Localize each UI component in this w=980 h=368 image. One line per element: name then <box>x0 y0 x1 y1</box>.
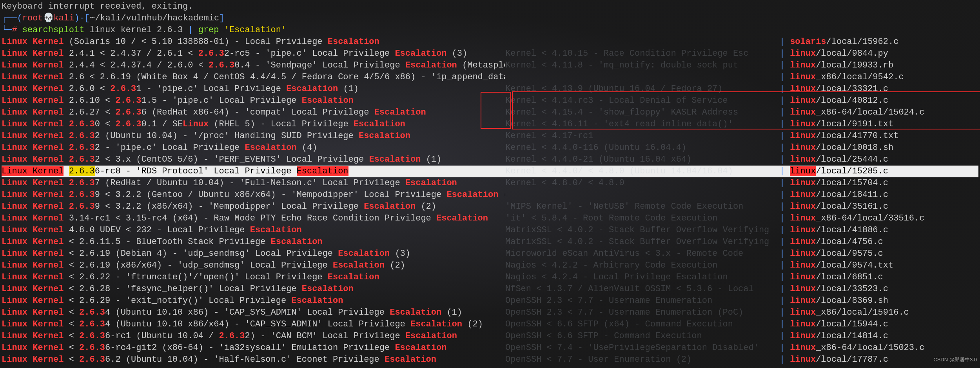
path-dir: linux <box>790 296 816 306</box>
escalation-match: Escalation <box>271 237 323 247</box>
exploit-path: _x86/local/15916.c <box>816 308 909 317</box>
path-dir: linux <box>790 331 816 341</box>
result-row[interactable]: Linux Kernel 2.6.27 < 2.6.36 (RedHat x86… <box>2 107 978 118</box>
version-match: 2.6.3 <box>69 178 95 188</box>
version-match: 2.6.3 <box>198 49 224 58</box>
exploit-path: /local/9844.py <box>816 49 888 58</box>
result-row[interactable]: Linux Kernel 2.6.30 < 2.6.30.1 / SELinux… <box>2 118 978 130</box>
exploit-path: /local/18411.c <box>816 190 888 200</box>
result-row[interactable]: Linux Kernel 4.8.0 UDEV < 232 - Local Pr… <box>2 224 978 236</box>
result-row[interactable]: Linux Kernel < 2.6.19 (x86/x64) - 'udp_s… <box>2 260 978 271</box>
result-row[interactable]: Linux Kernel 2.6.32 - 'pipe.c' Local Pri… <box>2 142 978 154</box>
exploit-path: _x86-64/local/33516.c <box>816 213 924 223</box>
exploit-path: _x86/local/9542.c <box>816 72 904 82</box>
result-row[interactable]: Linux Kernel 2.6.32 < 3.x (CentOS 5/6) -… <box>2 154 978 166</box>
column-separator: | <box>775 319 790 329</box>
background-ghost-text: MatrixSSL < 4.0.2 - Stack Buffer Overflo… <box>505 237 775 247</box>
column-separator: | <box>775 37 790 47</box>
escalation-match: Escalation <box>395 343 446 353</box>
exploit-path: /local/41770.txt <box>816 131 898 141</box>
result-row[interactable]: Linux Kernel < 2.6.29 - 'exit_notify()' … <box>2 295 978 307</box>
exploit-path: /local/17787.c <box>816 355 888 364</box>
column-separator: | <box>775 72 790 82</box>
result-row[interactable]: Linux Kernel < 2.6.34 (Ubuntu 10.10 x86/… <box>2 319 978 330</box>
command-searchsploit[interactable]: searchsploit <box>22 25 84 35</box>
exploit-title-prefix: Linux Kernel <box>2 225 64 235</box>
escalation-match: Escalation <box>328 272 379 282</box>
background-ghost-text: Kernel < 4.17-rc1 <box>505 131 775 141</box>
exploit-path: /local/15704.c <box>816 178 888 188</box>
path-dir: linux <box>790 72 816 82</box>
result-row[interactable]: Linux Kernel 3.14-rc1 < 3.15-rc4 (x64) -… <box>2 213 978 224</box>
path-dir: linux <box>790 155 816 164</box>
result-row[interactable]: Linux Kernel < 2.6.34 (Ubuntu 10.10 x86)… <box>2 307 978 319</box>
exploit-path: /local/19933.rb <box>816 60 893 70</box>
column-separator: | <box>775 96 790 106</box>
result-row[interactable]: Linux Kernel 2.6 < 2.6.19 (White Box 4 /… <box>2 71 978 83</box>
background-ghost-text: OpenSSH 2.3 < 7.7 - Username Enumeration <box>505 296 775 306</box>
exploit-title-prefix: Linux Kernel <box>2 272 64 282</box>
exploit-title-prefix: Linux Kernel <box>2 143 64 153</box>
escalation-match: Escalation <box>333 261 385 270</box>
version-match: 2.6.3 <box>69 190 95 200</box>
result-row[interactable]: Linux Kernel 2.4.1 < 2.4.37 / 2.6.1 < 2.… <box>2 48 978 60</box>
exploit-title-prefix: Linux Kernel <box>2 155 64 164</box>
background-ghost-text: Kernel < 4.13.9 (Ubuntu 16.04 / Fedora 2… <box>505 84 775 94</box>
exploit-title-prefix: Linux Kernel <box>2 37 64 47</box>
exploit-title-prefix: Linux Kernel <box>2 261 64 270</box>
escalation-match: Escalation <box>405 60 457 70</box>
result-row[interactable]: Linux Kernel < 2.6.36-rc1 (Ubuntu 10.04 … <box>2 330 978 342</box>
result-row[interactable]: Linux Kernel < 2.6.36-rc4-git2 (x86-64) … <box>2 342 978 354</box>
path-dir: linux <box>790 107 816 117</box>
background-ghost-text: Kernel < 4.4.0/ < 4.8.0 (Ubuntu 14.04/16… <box>505 166 775 176</box>
path-dir: linux <box>790 143 816 153</box>
path-dir: linux <box>790 84 816 94</box>
command-grep[interactable]: grep <box>193 25 224 35</box>
result-row[interactable]: Linux Kernel 2.6.37 (RedHat / Ubuntu 10.… <box>2 177 978 189</box>
path-dir: linux <box>790 272 816 282</box>
command-args[interactable]: linux kernel 2.6.3 <box>84 25 188 35</box>
exploit-title-prefix: Linux Kernel <box>2 107 64 117</box>
result-row[interactable]: Linux Kernel 2.6.39 < 3.2.2 (x86/x64) - … <box>2 201 978 213</box>
background-ghost-text: MatrixSSL < 4.0.2 - Stack Buffer Overflo… <box>505 225 775 235</box>
exploit-title-prefix: Linux Kernel <box>2 96 64 106</box>
version-match: 2.6.3 <box>69 131 95 141</box>
version-match: 2.6.3 <box>115 107 141 117</box>
exploit-title-prefix: Linux Kernel <box>2 131 64 141</box>
exploit-path: /local/8369.sh <box>816 296 888 306</box>
background-ghost-text: OpenSSH < 7.4 - 'UsePrivilegeSeparation … <box>505 343 775 353</box>
result-row[interactable]: Linux Kernel 2.6.36-rc8 - 'RDS Protocol'… <box>2 166 978 177</box>
path-dir: linux <box>790 178 816 188</box>
escalation-match: Escalation <box>328 37 379 47</box>
result-row[interactable]: Linux Kernel < 2.6.28 - 'fasync_helper()… <box>2 283 978 295</box>
version-match: 2.6.3 <box>209 60 234 70</box>
version-match: 2.6.3 <box>79 343 105 353</box>
result-row[interactable]: Linux Kernel < 2.6.11.5 - BlueTooth Stac… <box>2 236 978 248</box>
result-row[interactable]: Linux Kernel < 2.6.19 (Debian 4) - 'udp_… <box>2 248 978 260</box>
version-match: 2.6.3 <box>79 331 105 341</box>
exploit-path: /local/35161.c <box>816 202 888 211</box>
exploit-path: /local/9191.txt <box>816 119 893 129</box>
result-row[interactable]: Linux Kernel < 2.6.22 - 'ftruncate()'/'o… <box>2 271 978 283</box>
result-row[interactable]: Linux Kernel < 2.6.36.2 (Ubuntu 10.04) -… <box>2 354 978 366</box>
result-row[interactable]: Linux Kernel 2.6.0 < 2.6.31 - 'pipe.c' L… <box>2 83 978 95</box>
grep-pattern[interactable]: 'Escalation' <box>224 25 286 35</box>
exploit-title-prefix: Linux Kernel <box>2 213 64 223</box>
column-separator: | <box>775 190 790 200</box>
escalation-match: Escalation <box>359 131 410 141</box>
exploit-title-prefix: Linux Kernel <box>2 249 64 259</box>
exploit-path: /local/33321.c <box>816 84 888 94</box>
background-ghost-text: Nagios < 4.2.2 - Arbitrary Code Executio… <box>505 261 775 270</box>
background-ghost-text: Kernel < 4.14.rc3 - Local Denial of Serv… <box>505 96 775 106</box>
prompt-line-2[interactable]: └─# searchsploit linux kernel 2.6.3 | gr… <box>2 24 978 36</box>
column-separator: | <box>775 343 790 353</box>
result-row[interactable]: Linux Kernel (Solaris 10 / < 5.10 138888… <box>2 36 978 48</box>
result-row[interactable]: Linux Kernel 2.6.10 < 2.6.31.5 - 'pipe.c… <box>2 95 978 107</box>
version-match: 2.6.3 <box>69 143 95 153</box>
result-row[interactable]: Linux Kernel 2.4.4 < 2.4.37.4 / 2.6.0 < … <box>2 60 978 71</box>
column-separator: | <box>775 60 790 70</box>
result-row[interactable]: Linux Kernel 2.6.32 (Ubuntu 10.04) - '/p… <box>2 130 978 142</box>
result-row[interactable]: Linux Kernel 2.6.39 < 3.2.2 (Gentoo / Ub… <box>2 189 978 201</box>
column-separator: | <box>775 119 790 129</box>
version-match: 2.6.3 <box>69 202 95 211</box>
